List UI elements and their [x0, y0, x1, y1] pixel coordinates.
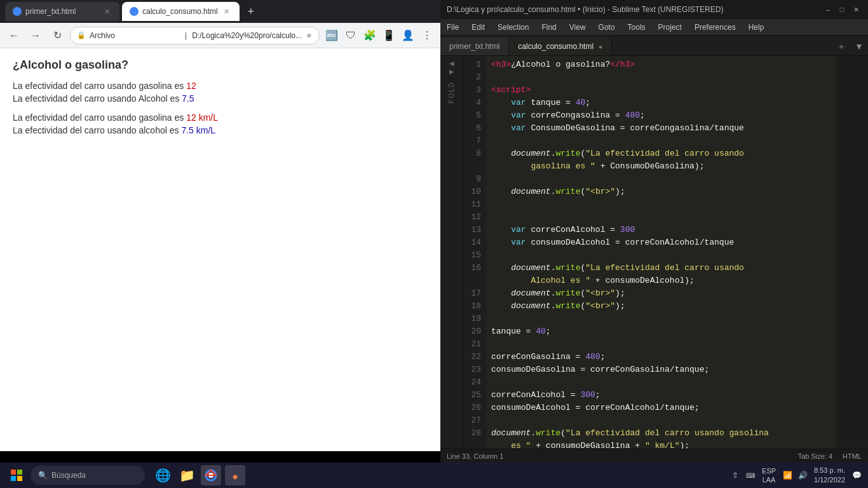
menu-help[interactable]: Help [742, 19, 771, 35]
menu-goto[interactable]: Goto [592, 19, 621, 35]
code-line-13: var correConAlcohol = 300 [491, 224, 831, 236]
ln-8: 8 [463, 147, 481, 160]
system-icons: 📶 🔊 [781, 469, 809, 482]
ln-7: 7 [463, 135, 481, 147]
gutter-left-arrow[interactable]: ◀ [449, 60, 454, 67]
ln-13: 13 [463, 224, 481, 236]
sublime-window: D:\Logica y pro\calculo_consumo.html • (… [440, 0, 868, 463]
line-3: La efectividad del carro usando gasolina… [13, 112, 428, 123]
extension-icon-3[interactable]: 🧩 [362, 27, 378, 44]
volume-icon[interactable]: 🔊 [796, 469, 809, 482]
ln-5: 5 [463, 109, 481, 122]
extension-icon-2[interactable]: 🛡 [342, 27, 359, 44]
reload-button[interactable]: ↻ [48, 27, 66, 44]
code-editor[interactable]: <h3>¿Alcohol o gasolina?</h3> <script> v… [486, 56, 836, 449]
tab-close-primer[interactable]: ✕ [102, 6, 112, 17]
taskbar-explorer-icon[interactable]: 📁 [177, 465, 197, 485]
taskbar-edge-icon[interactable]: 🌐 [153, 465, 173, 485]
keyboard-icon[interactable]: ⌨ [744, 469, 757, 482]
window-controls: – □ ✕ [822, 4, 862, 15]
clock-date: 1/12/2022 [814, 475, 845, 485]
close-button[interactable]: ✕ [850, 4, 862, 15]
ln-23: 23 [463, 363, 481, 376]
menu-view[interactable]: View [563, 19, 592, 35]
menu-file[interactable]: File [440, 19, 465, 35]
sublime-tab-primer[interactable]: primer_txt.html [440, 37, 509, 55]
code-line-11 [491, 198, 831, 211]
status-left: Line 33, Column 1 [447, 452, 788, 460]
sublime-tab-label-calculo: calculo_consumo.html [518, 42, 593, 51]
sublime-tab-close-calculo[interactable]: ● [599, 43, 602, 50]
code-line-16b: Alcohol es " + consumoDeAlcohol); [491, 274, 831, 287]
tab-actions: + ▼ [832, 37, 868, 55]
extension-icon-1[interactable]: 🔤 [323, 27, 340, 44]
notification-button[interactable]: 💬 [850, 469, 863, 482]
ln-6: 6 [463, 122, 481, 135]
minimize-button[interactable]: – [822, 4, 834, 15]
taskbar-pinned-icons: 🌐 📁 ⬥ [147, 465, 726, 485]
lock-icon: 🔒 [77, 31, 86, 39]
address-bar[interactable]: 🔒 Archivo | D:/Logica%20y%20pro/calculo.… [70, 27, 320, 44]
svg-rect-3 [17, 476, 22, 481]
back-button[interactable]: ← [5, 27, 23, 44]
menu-edit[interactable]: Edit [465, 19, 491, 35]
tab-close-calculo[interactable]: ✕ [222, 6, 232, 17]
taskbar-chrome-icon[interactable] [201, 465, 221, 485]
ln-17: 17 [463, 287, 481, 300]
gutter-right-arrow[interactable]: ▶ [449, 68, 454, 75]
menu-preferences[interactable]: Preferences [688, 19, 742, 35]
svg-rect-0 [11, 470, 16, 475]
menu-tools[interactable]: Tools [621, 19, 652, 35]
address-separator: | [185, 31, 187, 40]
minimap[interactable] [836, 56, 868, 449]
language-indicator[interactable]: ESP LAA [762, 466, 776, 485]
taskbar-sublime-icon[interactable]: ⬥ [225, 465, 245, 485]
gutter-arrows: ◀ ▶ [448, 58, 456, 76]
code-line-27 [491, 414, 831, 427]
value-gasolina-2: 12 km/L [186, 112, 218, 123]
ln-16: 16 [463, 262, 481, 274]
ln-22: 22 [463, 351, 481, 363]
ln-24: 24 [463, 376, 481, 389]
maximize-button[interactable]: □ [836, 4, 848, 15]
taskbar-search[interactable]: 🔍 Búsqueda [31, 466, 145, 485]
code-line-25: correConAlcohol = 300; [491, 389, 831, 402]
content-group-1: La efectividad del carro usando gasolina… [13, 81, 428, 104]
bookmark-icon[interactable]: ★ [306, 31, 313, 40]
tray-arrow-icon[interactable]: ⇧ [729, 469, 742, 482]
code-line-24 [491, 376, 831, 389]
tab-primer-txt[interactable]: primer_txt.html ✕ [5, 2, 119, 21]
status-tab-size: Tab Size: 4 [798, 452, 832, 460]
sublime-tab-calculo[interactable]: calculo_consumo.html ● [509, 37, 612, 55]
profile-avatar[interactable]: 👤 [400, 27, 416, 44]
browser-content: ¿Alcohol o gasolina? La efectividad del … [0, 48, 440, 451]
menu-selection[interactable]: Selection [491, 19, 535, 35]
content-group-2: La efectividad del carro usando gasolina… [13, 112, 428, 135]
sublime-editor: ◀ ▶ FOLD 1 2 3 4 5 6 7 8 9 10 11 12 13 1… [440, 56, 868, 449]
lang-line2: LAA [762, 475, 776, 484]
start-button[interactable] [5, 464, 28, 487]
sublime-menubar: File Edit Selection Find View Goto Tools… [440, 19, 868, 36]
network-icon[interactable]: 📶 [781, 469, 794, 482]
new-tab-icon[interactable]: + [832, 37, 850, 55]
code-line-10: document.write("<br>"); [491, 186, 831, 198]
menu-project[interactable]: Project [652, 19, 688, 35]
menu-find[interactable]: Find [535, 19, 562, 35]
new-tab-button[interactable]: + [242, 3, 260, 20]
tab-calculo-consumo[interactable]: calculo_consumo.html ✕ [122, 2, 240, 21]
fold-gutter: ◀ ▶ FOLD [440, 56, 463, 449]
tab-overflow-icon[interactable]: ▼ [850, 37, 868, 55]
code-line-9 [491, 173, 831, 186]
ln-28c [463, 440, 481, 449]
code-line-20: tanque = 40; [491, 325, 831, 338]
ln-4: 4 [463, 97, 481, 109]
cast-icon[interactable]: 📱 [381, 27, 397, 44]
code-line-28b: es " + consumoDeGasolina + " km/L"); [491, 440, 831, 449]
code-line-7 [491, 135, 831, 147]
fold-label: FOLD [448, 81, 455, 104]
browser-window: primer_txt.html ✕ calculo_consumo.html ✕… [0, 0, 440, 451]
more-options-icon[interactable]: ⋮ [419, 27, 435, 44]
search-placeholder: Búsqueda [51, 471, 86, 480]
system-clock[interactable]: 8:53 p. m. 1/12/2022 [814, 466, 845, 485]
forward-button[interactable]: → [27, 27, 44, 44]
